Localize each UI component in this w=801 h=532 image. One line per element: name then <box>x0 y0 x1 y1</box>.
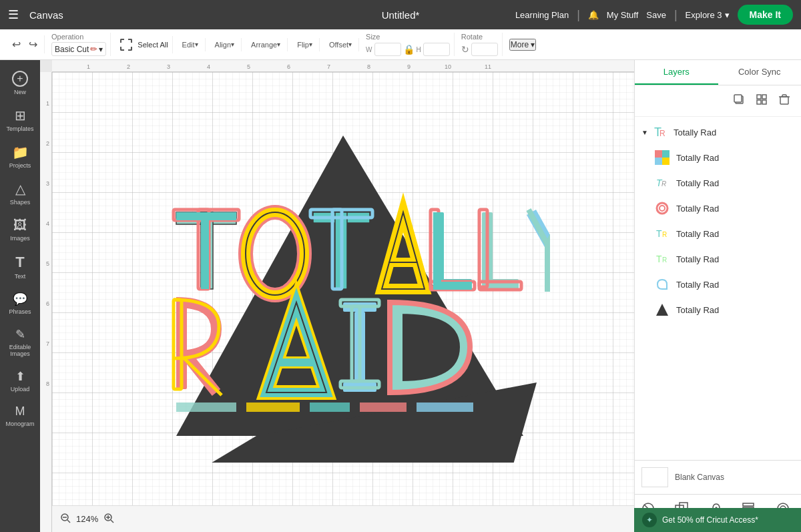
operation-select[interactable]: Basic Cut ✏ ▾ <box>51 42 106 56</box>
sidebar-item-upload[interactable]: ⬆ Upload <box>0 364 40 398</box>
sidebar-item-phrases[interactable]: 💬 Phrases <box>0 286 40 320</box>
zoom-out-icon <box>60 513 71 523</box>
more-group: More ▾ <box>505 39 541 51</box>
align-group: Align ▾ <box>208 38 242 51</box>
history-group: ↩ ↪ <box>5 35 45 53</box>
svg-rect-59 <box>417 403 473 412</box>
offset-button[interactable]: Offset ▾ <box>326 38 354 51</box>
layer-item-4[interactable]: T R Totally Rad <box>635 221 801 246</box>
svg-rect-56 <box>246 403 300 412</box>
svg-rect-80 <box>655 158 662 165</box>
layer-item-2[interactable]: T R Totally Rad <box>635 170 801 196</box>
layer-6-name: Totally Rad <box>676 280 719 290</box>
machine-selector[interactable]: Explore 3 ▾ <box>686 10 730 20</box>
main-layout: + New ⊞ Templates 📁 Projects △ Shapes 🖼 … <box>0 60 801 532</box>
my-stuff-link[interactable]: My Stuff <box>607 10 638 20</box>
delete-layer-button[interactable] <box>776 91 793 111</box>
select-all-button[interactable] <box>117 36 135 53</box>
make-it-button[interactable]: Make It <box>738 5 793 25</box>
panel-bottom: Blank Canvas <box>635 460 801 494</box>
svg-text:R: R <box>662 256 667 264</box>
svg-rect-55 <box>176 403 236 412</box>
bell-icon[interactable]: 🔔 <box>588 10 599 20</box>
layer-group-header[interactable]: ▼ T R Totally Rad <box>635 119 801 145</box>
rotate-input[interactable] <box>471 43 498 56</box>
tab-layers[interactable]: Layers <box>635 60 718 85</box>
align-button[interactable]: Align ▾ <box>212 38 237 51</box>
sidebar-item-text-label: Text <box>15 273 26 280</box>
sidebar-item-images-label: Images <box>10 235 30 242</box>
header-right: Learning Plan | 🔔 My Stuff Save | Explor… <box>515 5 793 25</box>
layer-7-thumb <box>653 301 671 318</box>
edit-group: Edit ▾ <box>176 38 206 51</box>
redo-button[interactable]: ↪ <box>26 35 40 53</box>
zoom-in-button[interactable] <box>103 513 114 526</box>
layer-2-thumb: T R <box>653 174 671 192</box>
zoom-out-button[interactable] <box>60 513 71 526</box>
edit-pen-icon: ✏ <box>90 44 97 54</box>
delete-icon <box>778 93 790 105</box>
sidebar-item-monogram[interactable]: M Monogram <box>0 399 40 433</box>
edit-button[interactable]: Edit ▾ <box>180 38 201 51</box>
more-button[interactable]: More ▾ <box>509 39 537 51</box>
layer-item-6[interactable]: Totally Rad <box>635 272 801 297</box>
size-label: Size <box>366 33 450 41</box>
group-layer-button[interactable] <box>753 91 770 111</box>
copy-layer-button[interactable] <box>730 91 748 111</box>
shapes-icon: △ <box>15 181 25 197</box>
sidebar-item-images[interactable]: 🖼 Images <box>0 212 40 247</box>
sidebar-item-editable[interactable]: ✎ Editable Images <box>0 322 40 362</box>
size-group: Size W 🔒 H <box>362 33 455 56</box>
layer-1-thumb <box>653 149 671 166</box>
group-thumb: T R <box>652 123 670 141</box>
editable-images-icon: ✎ <box>15 327 25 342</box>
group-name: Totally Rad <box>674 127 716 138</box>
layer-item-3[interactable]: Totally Rad <box>635 196 801 221</box>
height-input[interactable] <box>423 43 450 56</box>
layer-item-1[interactable]: Totally Rad <box>635 145 801 170</box>
layer-1-name: Totally Rad <box>676 153 719 163</box>
sidebar-item-text[interactable]: T Text <box>0 248 40 285</box>
offset-group: Offset ▾ <box>322 38 359 51</box>
artwork-svg <box>136 115 550 463</box>
menu-icon[interactable]: ☰ <box>8 7 19 22</box>
canvas-area[interactable]: 1 2 3 4 5 6 7 8 9 10 11 1 2 3 4 5 6 7 8 <box>40 60 634 532</box>
learning-plan-link[interactable]: Learning Plan <box>515 10 569 20</box>
left-sidebar: + New ⊞ Templates 📁 Projects △ Shapes 🖼 … <box>0 60 40 532</box>
layer-item-7[interactable]: Totally Rad <box>635 297 801 322</box>
sidebar-item-new-label: New <box>14 89 26 95</box>
rotate-icon: ↻ <box>461 44 469 55</box>
svg-rect-81 <box>662 158 670 165</box>
projects-icon: 📁 <box>12 144 29 160</box>
lock-icon: 🔒 <box>403 44 415 55</box>
svg-point-84 <box>657 203 668 214</box>
zoom-level: 124% <box>76 514 98 524</box>
arrange-button[interactable]: Arrange ▾ <box>248 38 283 51</box>
svg-rect-58 <box>360 403 407 412</box>
width-input[interactable] <box>374 43 401 56</box>
flip-group: Flip ▾ <box>290 38 320 51</box>
svg-rect-75 <box>782 95 786 97</box>
svg-text:R: R <box>661 180 666 188</box>
layer-item-5[interactable]: T R Totally Rad <box>635 246 801 272</box>
sidebar-item-new[interactable]: + New <box>0 65 40 101</box>
ruler-top: 1 2 3 4 5 6 7 8 9 10 11 <box>52 60 634 72</box>
svg-rect-68 <box>734 95 742 102</box>
promo-bar[interactable]: ✦ Get 50% off Cricut Access* <box>634 508 801 532</box>
sidebar-item-templates[interactable]: ⊞ Templates <box>0 102 40 138</box>
svg-rect-73 <box>780 97 788 104</box>
save-button[interactable]: Save <box>646 10 666 20</box>
flip-button[interactable]: Flip ▾ <box>294 38 315 51</box>
svg-rect-57 <box>310 403 350 412</box>
document-title[interactable]: Untitled* <box>382 9 420 21</box>
sidebar-item-shapes[interactable]: △ Shapes <box>0 176 40 211</box>
sidebar-item-projects[interactable]: 📁 Projects <box>0 139 40 174</box>
select-group: Select All <box>113 36 172 53</box>
svg-rect-78 <box>655 150 662 158</box>
blank-canvas-label: Blank Canvas <box>675 473 724 482</box>
sidebar-item-editable-label: Editable Images <box>3 344 37 357</box>
undo-button[interactable]: ↩ <box>9 35 23 53</box>
artwork-container[interactable] <box>136 115 550 463</box>
svg-text:R: R <box>662 231 667 238</box>
tab-color-sync[interactable]: Color Sync <box>718 60 802 85</box>
